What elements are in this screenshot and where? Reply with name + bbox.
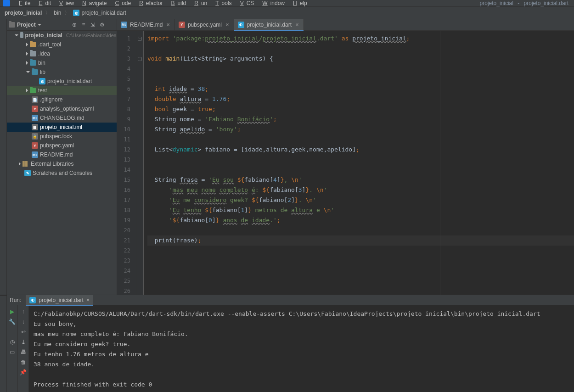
tree-item-readme-md[interactable]: M↓README.md: [7, 150, 117, 159]
code-line-8[interactable]: bool geek = true;: [147, 104, 574, 114]
code-line-26[interactable]: [147, 286, 574, 295]
breadcrumb-root[interactable]: projeto_inicial: [3, 10, 44, 16]
layout-icon[interactable]: ▭: [9, 348, 16, 356]
menu-window[interactable]: Window: [257, 0, 287, 6]
tree-item--gitignore[interactable]: 📄.gitignore: [7, 95, 117, 104]
debug-config-icon[interactable]: 🔧: [9, 318, 16, 325]
code-line-16[interactable]: 'mas meu nome completo é: ${fabiano[3]}.…: [147, 185, 574, 195]
menu-file[interactable]: File: [13, 0, 33, 6]
tree-item--dart-tool[interactable]: .dart_tool: [7, 40, 117, 49]
code-line-22[interactable]: [147, 246, 574, 256]
close-icon[interactable]: ×: [165, 21, 171, 28]
close-icon[interactable]: ×: [294, 21, 300, 28]
code-line-11[interactable]: [147, 134, 574, 145]
close-icon[interactable]: ×: [225, 21, 230, 28]
menu-view[interactable]: View: [54, 0, 77, 6]
code-line-25[interactable]: [147, 276, 574, 286]
sidebar-tab-structure[interactable]: Structure: [0, 296, 7, 392]
code-area[interactable]: 1234567891011121314151617181920212223242…: [117, 31, 574, 295]
code-line-23[interactable]: [147, 256, 574, 266]
menu-run[interactable]: Run: [189, 0, 210, 6]
down-stack-icon[interactable]: ↓: [20, 318, 27, 325]
run-toolbar-left: ▶ 🔧 ◷ ▭: [7, 305, 18, 392]
code-editor[interactable]: import 'package:projeto_inicial/projeto_…: [144, 31, 574, 295]
menu-help[interactable]: Help: [287, 0, 310, 6]
tree-item-bin[interactable]: bin: [7, 58, 117, 67]
code-line-6[interactable]: int idade = 38;: [147, 84, 574, 94]
settings-gear-icon[interactable]: ⚙: [98, 21, 106, 28]
code-line-10[interactable]: String apelido = 'bony';: [147, 124, 574, 134]
select-opened-file-icon[interactable]: ⊕: [71, 21, 78, 28]
rerun-icon[interactable]: ▶: [9, 308, 16, 315]
code-line-1[interactable]: import 'package:projeto_inicial/projeto_…: [147, 34, 574, 44]
expand-all-icon[interactable]: ≡: [80, 21, 87, 28]
code-line-18[interactable]: 'Eu tenho ${fabiano[1]} metros de altura…: [147, 205, 574, 215]
pin-icon[interactable]: 📌: [20, 369, 27, 376]
tree-item-test[interactable]: test: [7, 86, 117, 95]
source-folder-icon: [30, 60, 36, 66]
tree-item-scratches-and-consoles[interactable]: ✎Scratches and Consoles: [7, 168, 117, 178]
menu-navigate[interactable]: Navigate: [77, 0, 109, 6]
editor-tab-projeto-inicial-dart[interactable]: ◐projeto_inicial.dart×: [234, 19, 304, 30]
scroll-to-end-icon[interactable]: ⤓: [20, 338, 27, 346]
menu-code[interactable]: Code: [109, 0, 134, 6]
code-line-17[interactable]: 'Eu me considero geek? ${fabiano[2]}. \n…: [147, 195, 574, 205]
menu-tools[interactable]: Tools: [210, 0, 234, 6]
up-stack-icon[interactable]: ↑: [20, 308, 27, 315]
tree-item-projeto-inicial-iml[interactable]: ▦projeto_inicial.iml: [7, 123, 117, 132]
code-line-12[interactable]: List<dynamic> fabiano = [idade,altura,ge…: [147, 145, 574, 155]
collapse-all-icon[interactable]: ⇲: [89, 21, 96, 28]
project-panel-title[interactable]: Project: [9, 22, 69, 28]
editor-tab-pubspec-yaml[interactable]: Ypubspec.yaml×: [175, 19, 234, 30]
project-tree[interactable]: projeto_inicialC:\Users\Fabiano\Idea.dar…: [7, 31, 117, 295]
tree-item--idea[interactable]: .idea: [7, 49, 117, 58]
code-line-9[interactable]: String nome = 'Fabiano Bonifácio';: [147, 114, 574, 124]
tree-item-pubspec-yaml[interactable]: Ypubspec.yaml: [7, 141, 117, 150]
file-icon: 📄: [32, 96, 38, 103]
lock-file-icon: 🔒: [32, 133, 38, 140]
tree-item-changelog-md[interactable]: M↓CHANGELOG.md: [7, 113, 117, 123]
code-line-20[interactable]: [147, 225, 574, 235]
folder-icon: [20, 33, 23, 38]
code-line-21[interactable]: print(frase);: [147, 235, 574, 246]
breadcrumb-folder[interactable]: bin: [52, 10, 63, 16]
sidebar-tab-project[interactable]: Project: [0, 19, 7, 295]
code-line-4[interactable]: [147, 64, 574, 74]
tree-item-pubspec-lock[interactable]: 🔒pubspec.lock: [7, 132, 117, 141]
main-area: Project ⊕ ≡ ⇲ ⚙ — projeto_inicialC:\User…: [7, 19, 574, 295]
clear-all-icon[interactable]: 🗑: [20, 358, 27, 366]
code-line-3[interactable]: void main(List<String> arguments) {: [147, 54, 574, 64]
code-line-24[interactable]: [147, 266, 574, 276]
code-line-2[interactable]: [147, 44, 574, 54]
code-line-13[interactable]: [147, 155, 574, 165]
menu-vcs[interactable]: VCS: [235, 0, 257, 6]
close-icon[interactable]: ×: [86, 297, 90, 303]
stop-icon[interactable]: [9, 328, 16, 336]
code-line-7[interactable]: double altura = 1.76;: [147, 94, 574, 104]
hide-panel-icon[interactable]: —: [107, 21, 115, 28]
menu-edit[interactable]: Edit: [33, 0, 54, 6]
code-line-15[interactable]: String frase = 'Eu sou ${fabiano[4]}, \n…: [147, 175, 574, 185]
code-line-5[interactable]: [147, 74, 574, 84]
scratch-icon: ✎: [24, 170, 31, 176]
menu-refactor[interactable]: Refactor: [134, 0, 165, 6]
tree-item-external-libraries[interactable]: External Libraries: [7, 159, 117, 168]
markdown-file-icon: M↓: [32, 115, 38, 121]
chevron-down-icon: [38, 24, 41, 26]
editor-tab-readme-md[interactable]: M↓README.md×: [117, 19, 175, 30]
run-output[interactable]: C:/Fabianobkp/CURSOS/ALURA/Dart/dart-sdk…: [29, 305, 574, 392]
run-profile-icon[interactable]: ◷: [9, 338, 16, 346]
tree-item-projeto-inicial-dart[interactable]: ◐projeto_inicial.dart: [7, 77, 117, 86]
line-number-gutter[interactable]: 1234567891011121314151617181920212223242…: [117, 31, 136, 295]
code-line-14[interactable]: [147, 165, 574, 175]
code-line-19[interactable]: '${fabiano[0]} anos de idade.';: [147, 215, 574, 225]
tree-item-lib[interactable]: lib: [7, 67, 117, 77]
tree-item-projeto-inicial[interactable]: projeto_inicialC:\Users\Fabiano\Idea: [7, 31, 117, 40]
breadcrumb-file[interactable]: ◐ projeto_inicial.dart: [71, 10, 128, 16]
soft-wrap-icon[interactable]: ↩: [20, 328, 27, 336]
run-tab[interactable]: ◐ projeto_inicial.dart ×: [26, 295, 93, 305]
menu-build[interactable]: Build: [166, 0, 189, 6]
print-icon[interactable]: 🖶: [20, 348, 27, 356]
folding-gutter[interactable]: −−: [136, 31, 144, 295]
tree-item-analysis-options-yaml[interactable]: Yanalysis_options.yaml: [7, 104, 117, 113]
